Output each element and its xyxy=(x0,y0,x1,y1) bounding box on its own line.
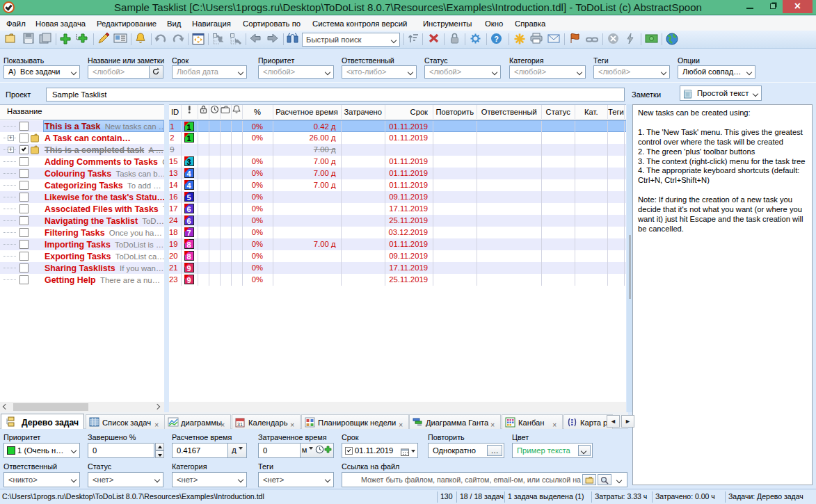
svg-text:31: 31 xyxy=(237,422,243,427)
svg-text:?: ? xyxy=(494,35,499,43)
